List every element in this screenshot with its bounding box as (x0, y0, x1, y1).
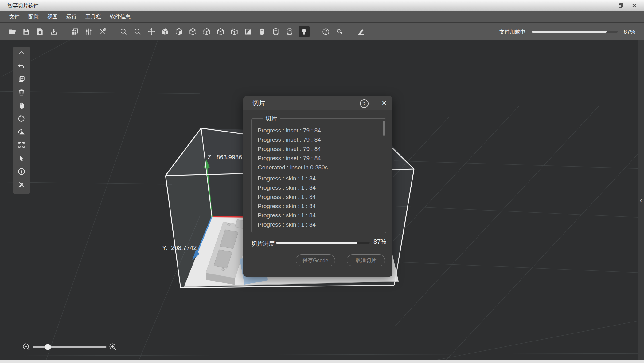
menu-toolbar[interactable]: 工具栏 (81, 11, 105, 22)
save-file-button[interactable] (21, 27, 31, 37)
cube-wireframe-view-button[interactable] (188, 27, 198, 37)
log-line: Progress : skin : 1 : 84 (258, 229, 382, 232)
cube-section-icon (244, 28, 252, 36)
repair-tools-button[interactable] (98, 27, 107, 37)
import-file-icon (36, 28, 44, 36)
trash-icon (18, 88, 25, 96)
dialog-close-button[interactable]: ✕ (380, 98, 389, 108)
zoom-out-icon[interactable] (23, 344, 29, 350)
cube-bottom-dashed-icon (217, 28, 224, 36)
menu-run[interactable]: 运行 (62, 11, 81, 22)
close-button[interactable] (629, 2, 640, 10)
zoom-in-button[interactable] (119, 27, 129, 37)
menu-about[interactable]: 软件信息 (105, 11, 135, 22)
cube-wireframe-icon (189, 28, 197, 36)
magnifier-plus-icon (120, 28, 128, 36)
restore-button[interactable] (615, 2, 626, 10)
file-loading-label: 文件加载中 (499, 28, 525, 35)
log-line: Progress : inset : 79 : 84 (258, 135, 382, 144)
help-button[interactable] (321, 27, 331, 37)
cube-open-top-icon (230, 28, 238, 36)
toolbar: 文件加载中 87% (0, 23, 644, 40)
annotate-pen-button[interactable] (356, 27, 366, 37)
cube-bottom-view-button[interactable] (216, 27, 225, 37)
move-view-button[interactable] (146, 27, 156, 37)
sidebar-duplicate-button[interactable] (17, 74, 26, 84)
minimize-button[interactable] (602, 2, 613, 10)
duplicate-plus-icon (18, 75, 25, 83)
cube-open-view-button[interactable] (229, 27, 239, 37)
cube-dashed-icon (203, 28, 211, 36)
restore-icon (618, 3, 623, 8)
cylinder-solid-view-button[interactable] (257, 27, 267, 37)
rotate-ccw-icon (18, 115, 25, 123)
sidebar-repair-button[interactable] (17, 180, 26, 189)
menubar: 文件 配置 视图 运行 工具栏 软件信息 (0, 11, 644, 23)
dialog-header-separator (374, 100, 374, 106)
left-tool-sidebar (13, 47, 30, 194)
info-circle-icon (18, 168, 25, 176)
zoom-in-icon[interactable] (110, 344, 116, 350)
parameter-settings-button[interactable] (84, 27, 94, 37)
move-arrows-icon (147, 28, 155, 36)
sliders-icon (85, 28, 93, 36)
close-icon (632, 3, 636, 8)
batch-copy-button[interactable] (70, 27, 80, 37)
cube-section-view-button[interactable] (243, 27, 253, 37)
zoom-slider-handle[interactable] (45, 344, 51, 350)
slicing-dialog-header[interactable]: 切片 ? ✕ (243, 96, 392, 110)
zoom-out-button[interactable] (133, 27, 142, 37)
hand-icon (18, 101, 25, 109)
dialog-help-button[interactable]: ? (360, 99, 369, 108)
sidebar-pan-button[interactable] (17, 101, 26, 110)
log-line: Progress : inset : 79 : 84 (258, 144, 382, 154)
dialog-buttons: 保存Gcode 取消切片 (296, 254, 385, 266)
sidebar-scale-button[interactable] (17, 140, 26, 150)
log-line: Progress : inset : 79 : 84 (258, 126, 382, 135)
chevron-up-icon (18, 50, 25, 55)
log-scrollbar[interactable] (383, 120, 385, 231)
right-panel-toggle[interactable]: ‹ (638, 195, 644, 205)
dialog-title: 切片 (252, 96, 265, 110)
open-file-button[interactable] (7, 27, 17, 37)
sidebar-undo-button[interactable] (17, 61, 26, 70)
cylinder-wireframe-view-button[interactable] (271, 27, 281, 37)
sidebar-select-button[interactable] (17, 154, 26, 163)
minimize-icon (605, 3, 609, 8)
menu-config[interactable]: 配置 (24, 11, 43, 22)
key-icon (336, 28, 344, 36)
cube-vertex-view-button[interactable] (202, 27, 212, 37)
menu-file[interactable]: 文件 (5, 11, 24, 22)
log-line: Progress : skin : 1 : 84 (258, 220, 382, 229)
viewport-zoom-control (17, 341, 118, 355)
sidebar-rotate-button[interactable] (17, 114, 26, 123)
cylinder-vertex-view-button[interactable] (285, 27, 295, 37)
sidebar-mirror-button[interactable] (17, 127, 26, 136)
file-loading-percent: 87% (624, 28, 635, 35)
sidebar-model-info-button[interactable] (17, 167, 26, 176)
cube-surface-view-button[interactable] (174, 27, 184, 37)
export-model-button[interactable] (49, 27, 59, 37)
sidebar-delete-button[interactable] (17, 88, 26, 97)
import-model-button[interactable] (35, 27, 45, 37)
log-scrollbar-thumb[interactable] (383, 121, 385, 136)
save-icon (22, 28, 30, 36)
file-loading-progress-fill (532, 31, 607, 33)
cancel-slicing-button[interactable]: 取消切片 (347, 254, 385, 266)
toolbar-separator (350, 26, 350, 37)
menu-view[interactable]: 视图 (43, 11, 62, 22)
copy-pages-icon (71, 28, 79, 36)
toolbar-separator (113, 26, 113, 37)
sidebar-collapse-button[interactable] (17, 48, 26, 57)
slice-log-list[interactable]: Progress : inset : 79 : 84 Progress : in… (252, 119, 382, 232)
bottom-edge-strip (0, 360, 644, 363)
crossed-tools-icon (18, 181, 25, 189)
wrench-screwdriver-icon (99, 28, 107, 36)
light-toggle-button[interactable] (299, 26, 310, 37)
file-loading-progressbar (532, 31, 618, 33)
cube-solid-view-button[interactable] (160, 27, 170, 37)
cursor-arrow-icon (18, 154, 25, 162)
license-key-button[interactable] (335, 27, 345, 37)
save-gcode-button[interactable]: 保存Gcode (296, 254, 335, 266)
undo-icon (18, 62, 25, 70)
